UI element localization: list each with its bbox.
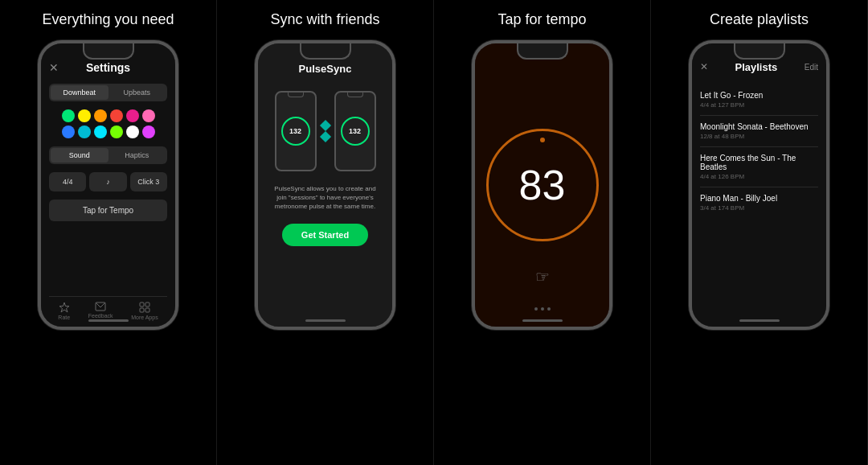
playlist-item-3[interactable]: Piano Man - Billy Joel 3/4 at 174 BPM (700, 187, 818, 218)
pulsesync-screen: PulseSync 132 132 PulseSync allows y (258, 43, 392, 327)
nav-more-apps-label: More Apps (131, 315, 158, 320)
color-purple[interactable] (142, 126, 155, 138)
nav-feedback-label: Feedback (88, 313, 113, 319)
home-indicator-1 (88, 319, 129, 322)
tempo-dot-3 (547, 307, 551, 311)
panel-sync-with-friends: Sync with friends PulseSync 132 132 (217, 0, 434, 465)
phone-frame-4: ✕ Playlists Edit Let It Go - Frozen 4/4 … (689, 40, 829, 330)
panel-create-playlists: Create playlists ✕ Playlists Edit Let It… (651, 0, 868, 465)
tempo-dot-2 (541, 307, 544, 311)
time-sig-btn[interactable]: 4/4 (49, 172, 86, 191)
tempo-inner-dot (540, 138, 545, 142)
color-white[interactable] (126, 126, 139, 138)
playlist-item-2[interactable]: Here Comes the Sun - The Beatles 4/4 at … (700, 147, 818, 187)
mini-phone-right: 132 (334, 91, 376, 171)
panel-tap-for-tempo: Tap for tempo 83 ☞ (434, 0, 651, 465)
playlist-meta-2: 4/4 at 126 BPM (700, 173, 818, 180)
nav-rate-label: Rate (58, 315, 70, 320)
sound-btn[interactable]: Sound (51, 148, 108, 163)
playlists-header: ✕ Playlists Edit (700, 61, 818, 73)
mini-circle-left: 132 (281, 117, 310, 146)
click-btn[interactable]: Click 3 (130, 172, 167, 191)
panel-2-title: Sync with friends (262, 11, 387, 29)
nav-feedback[interactable]: Feedback (88, 302, 113, 320)
playlists-close-icon[interactable]: ✕ (700, 61, 708, 72)
playlist-item-0[interactable]: Let It Go - Frozen 4/4 at 127 BPM (700, 84, 818, 116)
color-yellow[interactable] (78, 109, 91, 122)
phone-frame-1: ✕ Settings Downbeat Upbeats (38, 40, 178, 330)
mail-icon (95, 302, 106, 311)
pulsesync-app-title: PulseSync (299, 63, 352, 75)
color-row-2 (49, 126, 167, 138)
tempo-dot-1 (534, 307, 538, 311)
phone-left-bpm: 132 (289, 127, 301, 135)
grid-icon (139, 302, 150, 313)
spacer (49, 228, 167, 296)
controls-row: 4/4 ♪ Click 3 (49, 172, 167, 191)
arrow-diamond-1 (319, 120, 330, 131)
home-indicator-2 (305, 319, 346, 322)
tempo-screen[interactable]: 83 ☞ (475, 43, 609, 327)
playlist-name-3: Piano Man - Billy Joel (700, 194, 818, 203)
playlists-edit-btn[interactable]: Edit (805, 63, 818, 72)
nav-rate[interactable]: Rate (58, 302, 70, 320)
haptics-btn[interactable]: Haptics (108, 148, 166, 163)
panel-3-title: Tap for tempo (489, 11, 594, 29)
color-blue[interactable] (62, 126, 75, 138)
phone-right-bpm: 132 (349, 127, 361, 135)
star-icon (59, 302, 70, 313)
home-indicator-3 (522, 319, 563, 322)
tempo-page-dots (534, 307, 551, 311)
playlists-title: Playlists (735, 61, 778, 73)
svg-rect-4 (140, 308, 144, 312)
svg-rect-5 (145, 308, 149, 312)
sync-arrows (321, 121, 330, 141)
downbeat-btn[interactable]: Downbeat (51, 85, 108, 100)
playlist-name-2: Here Comes the Sun - The Beatles (700, 154, 818, 171)
tempo-bpm-display: 83 (519, 161, 566, 209)
playlists-screen: ✕ Playlists Edit Let It Go - Frozen 4/4 … (692, 43, 826, 327)
music-note-btn[interactable]: ♪ (89, 172, 126, 191)
tap-tempo-btn[interactable]: Tap for Tempo (49, 200, 167, 221)
panel-everything-you-need: Everything you need ✕ Settings Downbeat … (0, 0, 217, 465)
mini-circle-right: 132 (341, 117, 370, 146)
tempo-circle[interactable]: 83 (486, 129, 599, 241)
pulsesync-phones: 132 132 (275, 91, 376, 171)
color-orange[interactable] (94, 109, 107, 122)
get-started-button[interactable]: Get Started (282, 224, 368, 246)
mini-phone-left: 132 (275, 91, 317, 171)
color-picker (49, 109, 167, 138)
settings-close-icon[interactable]: ✕ (49, 61, 59, 74)
playlist-meta-1: 12/8 at 48 BPM (700, 133, 818, 140)
panel-4-title: Create playlists (702, 11, 817, 29)
color-row-1 (49, 109, 167, 122)
sound-haptics-segment[interactable]: Sound Haptics (49, 146, 167, 164)
settings-title: Settings (86, 61, 130, 74)
color-lime[interactable] (110, 126, 123, 138)
nav-more-apps[interactable]: More Apps (131, 302, 158, 320)
color-teal[interactable] (78, 126, 91, 138)
color-red[interactable] (110, 109, 123, 122)
playlist-meta-0: 4/4 at 127 BPM (700, 101, 818, 109)
phone-frame-2: PulseSync 132 132 PulseSync allows y (255, 40, 395, 330)
color-pink[interactable] (126, 109, 139, 122)
playlist-item-1[interactable]: Moonlight Sonata - Beethoven 12/8 at 48 … (700, 116, 818, 147)
playlist-meta-3: 3/4 at 174 BPM (700, 204, 818, 212)
svg-rect-2 (140, 302, 144, 307)
downbeat-upbeats-segment[interactable]: Downbeat Upbeats (49, 84, 167, 101)
color-light-pink[interactable] (142, 109, 155, 122)
panel-1-title: Everything you need (34, 11, 182, 29)
color-cyan[interactable] (94, 126, 107, 138)
bottom-nav: Rate Feedback More App (49, 296, 167, 320)
phone-frame-3: 83 ☞ (472, 40, 612, 330)
playlist-name-1: Moonlight Sonata - Beethoven (700, 122, 818, 131)
settings-screen: ✕ Settings Downbeat Upbeats (41, 43, 175, 327)
pulsesync-description: PulseSync allows you to create and join … (266, 184, 384, 212)
color-green[interactable] (62, 109, 75, 122)
arrow-diamond-2 (319, 131, 330, 142)
upbeats-btn[interactable]: Upbeats (108, 85, 166, 100)
home-indicator-4 (739, 319, 780, 322)
playlist-name-0: Let It Go - Frozen (700, 91, 818, 100)
svg-rect-3 (145, 302, 149, 307)
tap-cursor-icon: ☞ (535, 267, 550, 286)
